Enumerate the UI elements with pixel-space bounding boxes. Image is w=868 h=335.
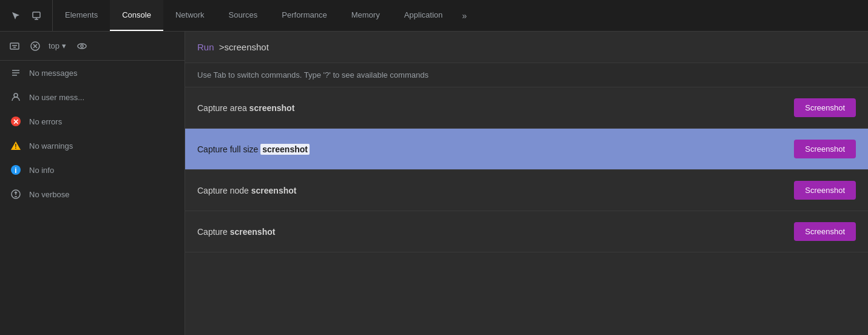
- tab-console[interactable]: Console: [110, 0, 163, 31]
- screenshot-button-capture[interactable]: Screenshot: [794, 222, 856, 241]
- sidebar-filter-icon[interactable]: [7, 39, 22, 53]
- sidebar-item-messages[interactable]: No messages: [0, 61, 185, 85]
- tab-sources[interactable]: Sources: [217, 0, 270, 31]
- svg-text:!: !: [15, 143, 16, 150]
- svg-point-5: [78, 44, 86, 49]
- svg-rect-1: [10, 43, 19, 49]
- no-messages-filter[interactable]: [27, 38, 44, 55]
- screenshot-button-capture-full[interactable]: Screenshot: [794, 140, 856, 158]
- command-list: Capture area screenshot Screenshot Captu…: [185, 87, 868, 335]
- svg-rect-0: [33, 12, 40, 18]
- sidebar-item-user-messages[interactable]: No user mess...: [0, 85, 185, 109]
- info-icon: i: [10, 164, 22, 176]
- verbose-icon: [10, 188, 22, 200]
- sidebar: top ▾ No messages: [0, 32, 185, 335]
- command-item-capture-area[interactable]: Capture area screenshot Screenshot: [185, 87, 868, 129]
- run-command-text: >screenshot: [217, 42, 269, 52]
- command-text-capture-full: Capture full size screenshot: [197, 144, 310, 154]
- messages-icon: [10, 67, 22, 79]
- sidebar-label-verbose: No verbose: [29, 190, 69, 199]
- tab-memory[interactable]: Memory: [339, 0, 392, 31]
- command-item-capture-full[interactable]: Capture full size screenshot Screenshot: [185, 129, 868, 170]
- sidebar-item-errors[interactable]: ✕ No errors: [0, 109, 185, 134]
- tab-network[interactable]: Network: [163, 0, 217, 31]
- hint-bar: Use Tab to switch commands. Type '?' to …: [185, 63, 868, 87]
- sidebar-item-info[interactable]: i No info: [0, 158, 185, 182]
- command-text-capture-area: Capture area screenshot: [197, 103, 294, 113]
- run-header: Run >screenshot: [185, 32, 868, 63]
- filter-scope[interactable]: top ▾: [49, 41, 66, 50]
- tab-performance[interactable]: Performance: [270, 0, 339, 31]
- sidebar-toolbar: top ▾: [0, 32, 185, 61]
- cursor-icon[interactable]: [7, 7, 24, 24]
- more-tabs-button[interactable]: »: [455, 0, 474, 31]
- sidebar-label-info: No info: [29, 166, 54, 175]
- inspect-icon[interactable]: [28, 7, 45, 24]
- command-item-capture[interactable]: Capture screenshot Screenshot: [185, 211, 868, 252]
- right-panel: Run >screenshot Use Tab to switch comman…: [185, 32, 868, 335]
- command-item-capture-node[interactable]: Capture node screenshot Screenshot: [185, 170, 868, 211]
- svg-point-10: [14, 93, 18, 97]
- svg-text:✕: ✕: [13, 118, 19, 126]
- sidebar-label-errors: No errors: [29, 117, 62, 126]
- sidebar-items: No messages No user mess... ✕: [0, 61, 185, 335]
- sidebar-label-user-messages: No user mess...: [29, 93, 84, 102]
- toolbar-icons: [0, 0, 53, 31]
- sidebar-label-warnings: No warnings: [29, 141, 73, 151]
- hint-text: Use Tab to switch commands. Type '?' to …: [197, 70, 429, 80]
- warning-icon: !: [10, 140, 22, 152]
- error-icon: ✕: [10, 115, 22, 127]
- tab-bar: Elements Console Network Sources Perform…: [0, 0, 868, 32]
- main-content: top ▾ No messages: [0, 32, 868, 335]
- run-label: Run: [197, 42, 214, 52]
- screenshot-button-capture-area[interactable]: Screenshot: [794, 98, 856, 117]
- screenshot-button-capture-node[interactable]: Screenshot: [794, 181, 856, 200]
- sidebar-item-verbose[interactable]: No verbose: [0, 182, 185, 206]
- sidebar-item-warnings[interactable]: ! No warnings: [0, 134, 185, 158]
- command-text-capture-node: Capture node screenshot: [197, 186, 296, 195]
- command-text-capture: Capture screenshot: [197, 227, 275, 237]
- sidebar-label-messages: No messages: [29, 69, 77, 78]
- tab-elements[interactable]: Elements: [53, 0, 110, 31]
- tab-application[interactable]: Application: [392, 0, 455, 31]
- user-icon: [10, 91, 22, 103]
- svg-point-6: [81, 45, 83, 47]
- eye-icon[interactable]: [73, 38, 90, 55]
- svg-text:i: i: [15, 166, 16, 175]
